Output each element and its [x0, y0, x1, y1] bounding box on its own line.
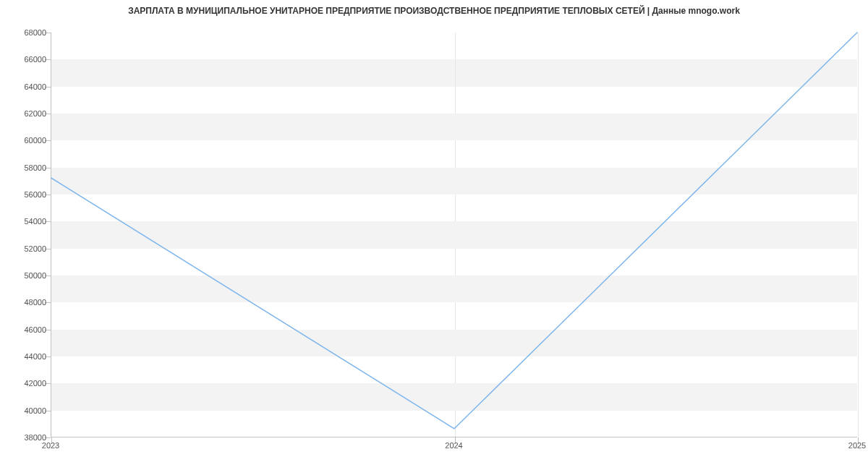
- y-axis-label: 52000: [7, 244, 46, 253]
- chart-title: ЗАРПЛАТА В МУНИЦИПАЛЬНОЕ УНИТАРНОЕ ПРЕДП…: [0, 6, 868, 16]
- plot-area: [51, 33, 857, 437]
- y-axis-label: 50000: [7, 271, 46, 280]
- y-axis-label: 56000: [7, 190, 46, 199]
- series-line: [51, 33, 857, 429]
- x-axis-label: 2025: [848, 441, 866, 450]
- y-axis-label: 58000: [7, 163, 46, 172]
- y-axis-label: 40000: [7, 406, 46, 415]
- y-axis-label: 42000: [7, 379, 46, 388]
- y-axis-label: 46000: [7, 325, 46, 334]
- x-gridline: [858, 33, 859, 437]
- y-axis-label: 60000: [7, 136, 46, 145]
- y-axis-label: 62000: [7, 109, 46, 118]
- line-layer: [51, 33, 857, 437]
- y-axis-label: 38000: [7, 433, 46, 442]
- y-axis-label: 54000: [7, 217, 46, 226]
- x-axis-label: 2024: [445, 441, 462, 450]
- y-axis-label: 44000: [7, 352, 46, 361]
- y-axis-label: 68000: [7, 28, 46, 37]
- x-axis-label: 2023: [42, 441, 59, 450]
- y-axis-label: 66000: [7, 55, 46, 64]
- y-axis-label: 48000: [7, 298, 46, 307]
- chart-container: ЗАРПЛАТА В МУНИЦИПАЛЬНОЕ УНИТАРНОЕ ПРЕДП…: [0, 0, 868, 470]
- y-axis-label: 64000: [7, 82, 46, 91]
